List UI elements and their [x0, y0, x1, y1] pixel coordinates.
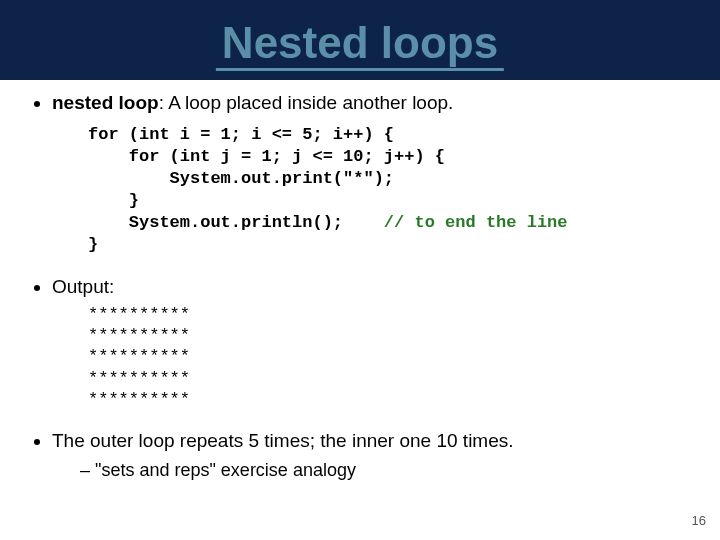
definition-text: : A loop placed inside another loop.: [159, 92, 454, 113]
term-nested-loop: nested loop: [52, 92, 159, 113]
explanation-text: The outer loop repeats 5 times; the inne…: [52, 430, 514, 451]
slide-content: nested loop: A loop placed inside anothe…: [0, 80, 720, 482]
header-band: Nested loops: [0, 0, 720, 80]
output-block: ********** ********** ********** *******…: [88, 304, 690, 410]
sub-analogy: "sets and reps" exercise analogy: [80, 458, 690, 482]
bullet-explanation: The outer loop repeats 5 times; the inne…: [52, 428, 690, 482]
bullet-list: nested loop: A loop placed inside anothe…: [30, 90, 690, 482]
code-tail: }: [88, 235, 98, 254]
sub-list: "sets and reps" exercise analogy: [80, 458, 690, 482]
output-label: Output:: [52, 276, 114, 297]
code-block: for (int i = 1; i <= 5; i++) { for (int …: [88, 124, 690, 257]
page-number: 16: [692, 513, 706, 528]
slide-title: Nested loops: [216, 18, 504, 71]
code-comment: // to end the line: [384, 213, 568, 232]
bullet-definition: nested loop: A loop placed inside anothe…: [52, 90, 690, 256]
bullet-output: Output: ********** ********** **********…: [52, 274, 690, 410]
